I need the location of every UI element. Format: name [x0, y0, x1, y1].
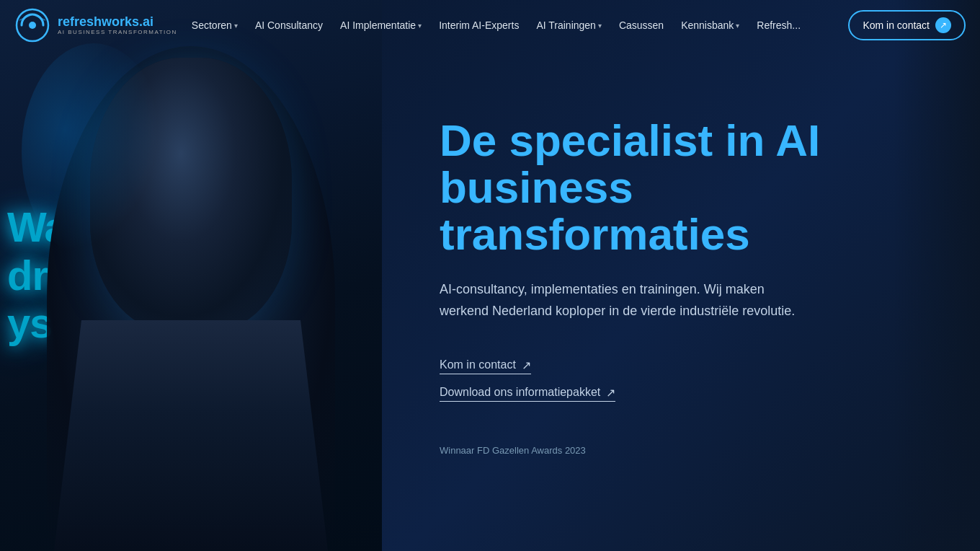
chevron-down-icon-2: ▾ — [418, 22, 422, 30]
download-link-arrow: ↗ — [606, 386, 615, 400]
nav-casussen[interactable]: Casussen — [612, 15, 671, 35]
award-text: Winnaar FD Gazellen Awards 2023 — [440, 445, 922, 456]
contact-link-text: Kom in contact — [440, 358, 516, 371]
download-link-text: Download ons informatiepakket — [440, 386, 600, 399]
main-nav: Sectoren ▾ AI Consultancy AI Implementat… — [177, 15, 843, 35]
nav-ai-implementatie[interactable]: AI Implementatie ▾ — [333, 15, 429, 35]
contact-link[interactable]: Kom in contact ↗ — [440, 358, 531, 374]
nav-ai-consultancy[interactable]: AI Consultancy — [248, 15, 330, 35]
header-cta-arrow: ↗ — [935, 17, 951, 33]
hero-section: Waar drukt en ys ten va De specialist in… — [0, 0, 980, 551]
logo-tagline: AI BUSINESS TRANSFORMATION — [58, 29, 177, 35]
logo[interactable]: refreshworks.ai AI BUSINESS TRANSFORMATI… — [14, 7, 177, 43]
chevron-down-icon: ▾ — [234, 22, 238, 30]
header-cta-label: Kom in contact — [863, 19, 930, 31]
logo-text: refreshworks.ai AI BUSINESS TRANSFORMATI… — [58, 15, 177, 36]
chevron-down-icon-4: ▾ — [736, 22, 739, 30]
hero-title: De specialist in AI business transformat… — [440, 117, 872, 257]
header-cta-button[interactable]: Kom in contact ↗ — [848, 10, 966, 40]
site-header: refreshworks.ai AI BUSINESS TRANSFORMATI… — [0, 0, 980, 50]
nav-ai-trainingen[interactable]: AI Trainingen ▾ — [529, 15, 609, 35]
nav-interim-ai-experts[interactable]: Interim AI-Experts — [432, 15, 526, 35]
svg-point-1 — [29, 22, 36, 29]
person-body — [54, 320, 328, 551]
logo-main-text: refreshworks.ai — [58, 15, 177, 30]
nav-kennisbank[interactable]: Kennisbank ▾ — [674, 15, 747, 35]
hero-subtitle: AI-consultancy, implementaties en traini… — [440, 279, 814, 322]
hero-content: De specialist in AI business transformat… — [382, 0, 980, 551]
chevron-down-icon-3: ▾ — [598, 22, 602, 30]
download-link[interactable]: Download ons informatiepakket ↗ — [440, 386, 615, 402]
hero-image: Waar drukt en ys ten va — [0, 0, 382, 551]
nav-refresh[interactable]: Refresh... — [749, 15, 808, 35]
hero-links: Kom in contact ↗ Download ons informatie… — [440, 358, 922, 402]
logo-icon — [14, 7, 50, 43]
contact-link-arrow: ↗ — [522, 358, 531, 372]
logo-name-part1: refreshworks — [58, 14, 139, 29]
face-light — [22, 43, 166, 260]
logo-name-part2: .ai — [139, 14, 153, 29]
nav-sectoren[interactable]: Sectoren ▾ — [184, 15, 245, 35]
